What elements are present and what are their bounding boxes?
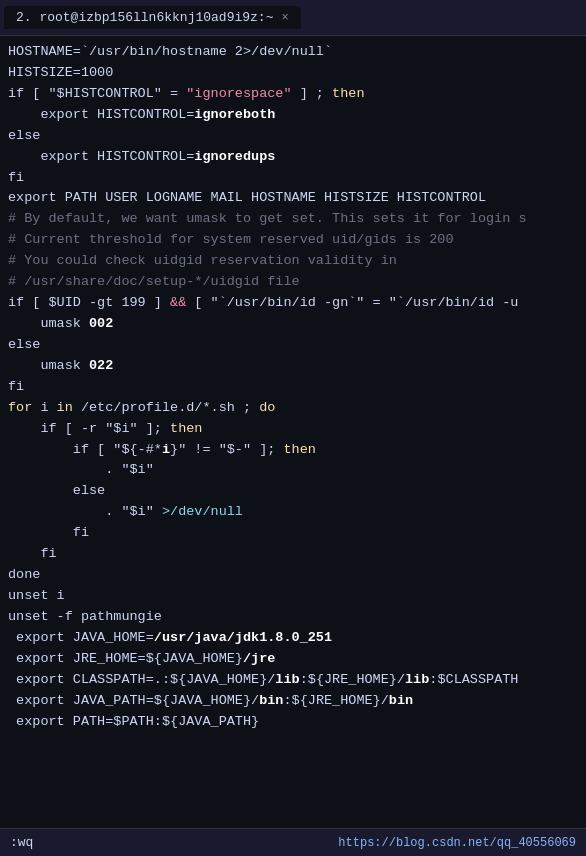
terminal-line: export JAVA_PATH=${JAVA_HOME}/bin:${JRE_… — [8, 691, 578, 712]
terminal-line: fi — [8, 523, 578, 544]
terminal-content: HOSTNAME=`/usr/bin/hostname 2>/dev/null`… — [0, 36, 586, 828]
terminal-line: else — [8, 481, 578, 502]
terminal-line: HISTSIZE=1000 — [8, 63, 578, 84]
terminal-line: # /usr/share/doc/setup-*/uidgid file — [8, 272, 578, 293]
terminal-line: if [ $UID -gt 199 ] && [ "`/usr/bin/id -… — [8, 293, 578, 314]
terminal-line: . "$i" — [8, 460, 578, 481]
tab-label: 2. root@izbp156lln6kknj10ad9i9z:~ — [16, 10, 273, 25]
terminal-line: export HISTCONTROL=ignoredups — [8, 147, 578, 168]
terminal-line: export JRE_HOME=${JAVA_HOME}/jre — [8, 649, 578, 670]
terminal-line: HOSTNAME=`/usr/bin/hostname 2>/dev/null` — [8, 42, 578, 63]
tab-bar: 2. root@izbp156lln6kknj10ad9i9z:~ × — [0, 0, 586, 36]
terminal-line: # Current threshold for system reserved … — [8, 230, 578, 251]
terminal-line: export CLASSPATH=.:${JAVA_HOME}/lib:${JR… — [8, 670, 578, 691]
terminal-line: done — [8, 565, 578, 586]
terminal-line: else — [8, 126, 578, 147]
terminal-line: # By default, we want umask to get set. … — [8, 209, 578, 230]
active-tab[interactable]: 2. root@izbp156lln6kknj10ad9i9z:~ × — [4, 6, 301, 29]
terminal-line: if [ "$HISTCONTROL" = "ignorespace" ] ; … — [8, 84, 578, 105]
terminal-line: if [ "${-#*i}" != "$-" ]; then — [8, 440, 578, 461]
terminal-line: unset -f pathmungie — [8, 607, 578, 628]
terminal-line: export PATH=$PATH:${JAVA_PATH} — [8, 712, 578, 733]
terminal-line: else — [8, 335, 578, 356]
terminal-line: fi — [8, 377, 578, 398]
terminal-line: export HISTCONTROL=ignoreboth — [8, 105, 578, 126]
status-bar: :wq https://blog.csdn.net/qq_40556069 — [0, 828, 586, 856]
terminal-line: # You could check uidgid reservation val… — [8, 251, 578, 272]
terminal-line: umask 002 — [8, 314, 578, 335]
terminal-line: unset i — [8, 586, 578, 607]
terminal-line: for i in /etc/profile.d/*.sh ; do — [8, 398, 578, 419]
terminal-line: export PATH USER LOGNAME MAIL HOSTNAME H… — [8, 188, 578, 209]
terminal-line: export JAVA_HOME=/usr/java/jdk1.8.0_251 — [8, 628, 578, 649]
url-watermark: https://blog.csdn.net/qq_40556069 — [338, 836, 576, 850]
terminal-window: 2. root@izbp156lln6kknj10ad9i9z:~ × HOST… — [0, 0, 586, 856]
tab-close-button[interactable]: × — [281, 11, 288, 25]
vim-command: :wq — [10, 835, 33, 850]
terminal-line: . "$i" >/dev/null — [8, 502, 578, 523]
terminal-line: umask 022 — [8, 356, 578, 377]
terminal-line: fi — [8, 168, 578, 189]
terminal-line: if [ -r "$i" ]; then — [8, 419, 578, 440]
terminal-line: fi — [8, 544, 578, 565]
